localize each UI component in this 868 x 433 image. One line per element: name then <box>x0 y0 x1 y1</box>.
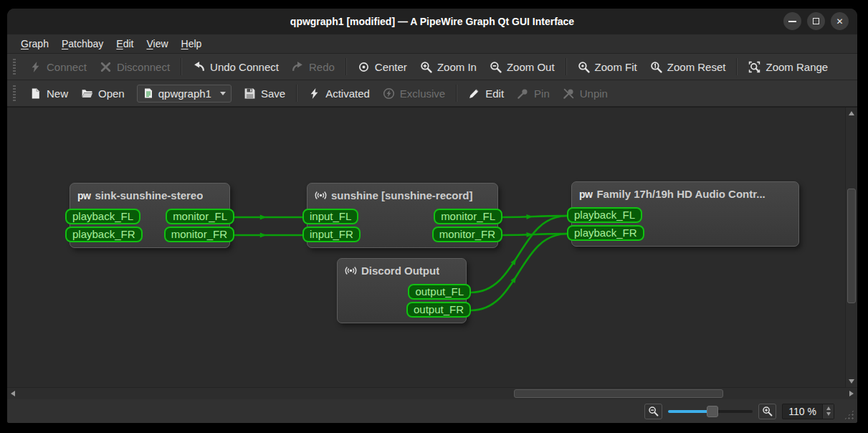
zoom-reset-button[interactable]: Zoom Reset <box>644 57 733 77</box>
connections-layer <box>7 108 857 399</box>
zoomin-icon <box>420 61 432 73</box>
pipewire-icon: pw <box>579 189 592 200</box>
zoom-spinbox-arrows[interactable] <box>822 404 834 419</box>
activated-icon <box>308 87 320 100</box>
toolbar-button-label: Undo Connect <box>210 61 279 73</box>
toolbar-button-label: Exclusive <box>400 87 445 100</box>
minimize-button[interactable] <box>783 12 801 30</box>
port-playback_FR[interactable]: playback_FR <box>65 227 143 242</box>
open-button[interactable]: Open <box>75 84 131 103</box>
port-monitor_FR[interactable]: monitor_FR <box>432 227 502 242</box>
zoom-range-button[interactable]: Zoom Range <box>742 57 834 77</box>
center-button[interactable]: Center <box>351 57 414 77</box>
node-family[interactable]: pwFamily 17h/19h HD Audio Contr...playba… <box>571 181 799 247</box>
arrow-left-icon <box>11 391 15 396</box>
scroll-left-button[interactable] <box>7 388 19 399</box>
port-playback_FL[interactable]: playback_FL <box>567 207 642 223</box>
menu-graph[interactable]: Graph <box>14 36 55 52</box>
toolbar-button-label: Edit <box>485 87 504 100</box>
scroll-up-button[interactable] <box>846 108 857 119</box>
toolbar-button-label: Activated <box>325 87 370 100</box>
scroll-down-button[interactable] <box>846 376 857 387</box>
node-header[interactable]: sunshine [sunshine-record] <box>307 184 497 207</box>
zoom-slider-handle[interactable] <box>707 406 718 417</box>
exclusive-button: Exclusive <box>376 84 452 103</box>
maximize-button[interactable] <box>807 12 825 30</box>
vertical-scrollbar-thumb[interactable] <box>847 189 856 303</box>
edit-button[interactable]: Edit <box>462 84 510 103</box>
toolbar-button-label: Open <box>98 87 125 100</box>
zoom-out-button[interactable] <box>644 404 662 419</box>
toolbar-separator <box>181 58 182 75</box>
connect-button: Connect <box>23 57 93 77</box>
zoom-value: 110 % <box>783 404 822 419</box>
port-monitor_FL[interactable]: monitor_FL <box>434 209 502 224</box>
zoomout-icon <box>490 61 502 73</box>
undo-connect-button[interactable]: Undo Connect <box>186 57 285 77</box>
center-icon <box>358 61 370 73</box>
zoom-in-button[interactable] <box>758 404 776 419</box>
port-input_FR[interactable]: input_FR <box>302 227 361 242</box>
close-button[interactable]: ✕ <box>831 12 849 30</box>
zoom-slider-fill <box>668 410 712 413</box>
save-button[interactable]: Save <box>237 84 292 103</box>
node-header[interactable]: pwFamily 17h/19h HD Audio Contr... <box>572 182 798 206</box>
connection-arrow-icon <box>526 214 533 220</box>
port-playback_FL[interactable]: playback_FL <box>65 209 140 224</box>
activated-button[interactable]: Activated <box>302 84 376 103</box>
title-bar[interactable]: qpwgraph1 [modified] — A PipeWire Graph … <box>7 9 857 34</box>
save-icon <box>244 87 256 100</box>
node-header[interactable]: Discord Output <box>338 259 466 282</box>
zoom-spinbox[interactable]: 110 % <box>782 404 834 419</box>
node-header[interactable]: pwsink-sunshine-stereo <box>70 184 229 207</box>
minimize-icon <box>788 21 796 22</box>
resize-grip[interactable] <box>844 409 854 420</box>
menu-edit[interactable]: Edit <box>110 36 140 52</box>
port-playback_FR[interactable]: playback_FR <box>567 225 644 241</box>
menu-view[interactable]: View <box>140 36 174 52</box>
horizontal-scrollbar[interactable] <box>7 387 857 399</box>
toolbar-button-label: Zoom Range <box>766 61 828 73</box>
zoomreset-icon <box>650 61 662 73</box>
open-icon <box>81 87 93 100</box>
zoomrange-icon <box>748 61 760 73</box>
stream-icon <box>315 189 327 201</box>
node-sunshine[interactable]: sunshine [sunshine-record]input_FLinput_… <box>307 183 498 248</box>
graph-canvas[interactable]: pwsink-sunshine-stereoplayback_FLplaybac… <box>7 107 857 399</box>
toolbar-button-label: New <box>47 87 68 100</box>
zoom-out-button[interactable]: Zoom Out <box>483 57 561 77</box>
toolbar-button-label: Save <box>261 87 285 100</box>
zoom-in-button[interactable]: Zoom In <box>414 57 483 77</box>
connection-arrow-icon <box>260 214 267 219</box>
port-input_FL[interactable]: input_FL <box>302 209 358 224</box>
toolbar-button-label: Center <box>375 61 407 73</box>
port-monitor_FL[interactable]: monitor_FL <box>166 209 234 224</box>
exclusive-icon <box>383 87 395 100</box>
new-button[interactable]: New <box>23 84 75 103</box>
toolbar-handle[interactable] <box>13 59 16 75</box>
toolbar-button-label: Pin <box>534 87 550 100</box>
horizontal-scrollbar-thumb[interactable] <box>514 389 723 398</box>
zoomfit-icon <box>578 61 590 73</box>
toolbar-separator <box>456 85 457 102</box>
connection-arrow-icon <box>260 232 267 237</box>
menu-help[interactable]: Help <box>175 36 209 52</box>
port-monitor_FR[interactable]: monitor_FR <box>164 227 234 242</box>
toolbar-handle[interactable] <box>13 85 16 101</box>
node-sink[interactable]: pwsink-sunshine-stereoplayback_FLplaybac… <box>70 183 230 248</box>
zoom-slider[interactable] <box>668 405 753 418</box>
app-window: qpwgraph1 [modified] — A PipeWire Graph … <box>7 9 857 423</box>
close-icon: ✕ <box>836 17 843 26</box>
zoom-fit-button[interactable]: Zoom Fit <box>571 57 644 77</box>
connect-icon <box>29 61 42 73</box>
patchbay-select[interactable]: qpwgraph1 <box>137 85 232 103</box>
toolbar-button-label: Disconnect <box>117 61 170 73</box>
node-title: sunshine [sunshine-record] <box>331 189 473 201</box>
port-output_FL[interactable]: output_FL <box>408 284 471 300</box>
port-output_FR[interactable]: output_FR <box>406 302 471 318</box>
node-discord[interactable]: Discord Outputoutput_FLoutput_FR <box>337 258 467 323</box>
scroll-right-button[interactable] <box>846 388 857 399</box>
new-icon <box>29 87 42 100</box>
menu-patchbay[interactable]: Patchbay <box>55 36 110 52</box>
vertical-scrollbar[interactable] <box>845 108 857 387</box>
